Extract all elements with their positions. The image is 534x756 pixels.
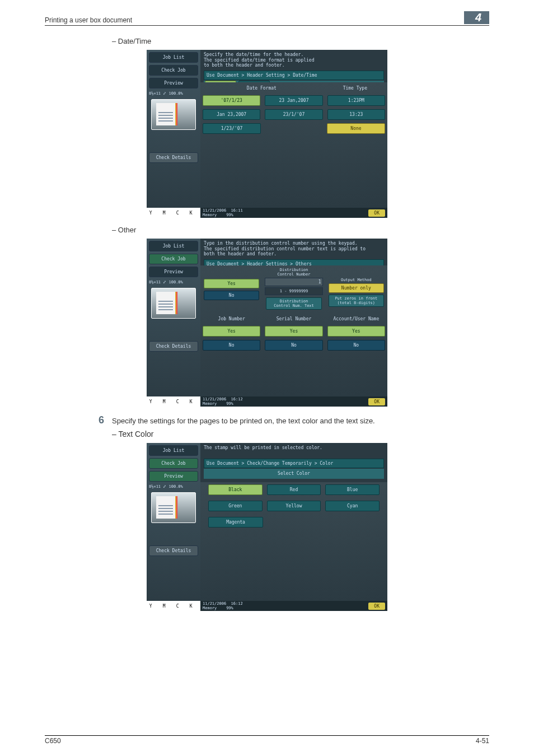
dist-ctrl-header: Distribution Control Number	[203, 268, 385, 277]
screenshot-datetime: Job List Check Job Preview 8½×11 ⤢ 100.0…	[147, 50, 387, 218]
ok-button[interactable]: OK	[368, 209, 385, 217]
toner-levels: Y M C K	[147, 601, 200, 611]
preview-thumbnail	[151, 99, 196, 130]
instruction-message: Specify the date/time for the header. Th…	[204, 52, 384, 68]
date-opt-3[interactable]: Jan 23,2007	[203, 109, 260, 120]
step-number-6: 6	[90, 414, 112, 426]
color-blue[interactable]: Blue	[325, 484, 380, 495]
dist-value-top: 1	[265, 278, 322, 286]
account-header: Account/User Name	[327, 315, 385, 323]
color-magenta[interactable]: Magenta	[208, 517, 263, 528]
tab-preview[interactable]: Preview	[149, 267, 198, 277]
time-opt-1[interactable]: 1:23PM	[327, 95, 385, 106]
zeros-button[interactable]: Put zeros in front (total 8-digits)	[329, 295, 384, 307]
date-format-header: Date Format	[203, 85, 321, 92]
output-method-header: Output Method	[327, 278, 385, 282]
tab-check-job[interactable]: Check Job	[149, 254, 198, 264]
serial-header: Serial Number	[265, 315, 322, 323]
toner-levels: Y M C K	[147, 396, 200, 407]
number-only-button[interactable]: Number only	[329, 283, 384, 293]
location-crumb: Use Document > Check/Change Temporarily …	[204, 459, 384, 468]
acct-no[interactable]: No	[327, 340, 385, 351]
bullet-other: – Other	[112, 226, 489, 234]
zoom-indicator: 8½×11 ⤢ 100.0%	[147, 483, 200, 490]
color-green[interactable]: Green	[208, 501, 263, 511]
check-details-button[interactable]: Check Details	[149, 341, 198, 352]
breadcrumb: Printing a user box document	[45, 16, 132, 24]
tab-preview[interactable]: Preview	[149, 471, 198, 482]
instruction-message: Type in the distribution control number …	[204, 241, 384, 257]
check-details-button[interactable]: Check Details	[149, 545, 198, 556]
preview-thumbnail	[151, 288, 196, 319]
serial-yes[interactable]: Yes	[265, 326, 322, 337]
dist-range: 1 - 99999999	[265, 287, 322, 295]
bullet-textcolor: – Text Color	[112, 430, 489, 438]
tab-job-list[interactable]: Job List	[149, 445, 198, 456]
toner-levels: Y M C K	[147, 208, 200, 218]
preview-thumbnail	[151, 492, 196, 523]
instruction-message: The stamp will be printed in selected co…	[204, 445, 384, 451]
date-opt-1[interactable]: '07/1/23	[203, 95, 260, 106]
tab-job-list[interactable]: Job List	[149, 241, 198, 251]
tab-preview[interactable]: Preview	[149, 78, 198, 88]
color-cyan[interactable]: Cyan	[325, 501, 380, 511]
serial-no[interactable]: No	[265, 340, 322, 351]
acct-yes[interactable]: Yes	[327, 326, 385, 337]
dist-yes[interactable]: Yes	[204, 279, 259, 288]
location-crumb: Use Document > Header Setting > Date/Tim…	[204, 71, 384, 80]
tab-check-job[interactable]: Check Job	[149, 458, 198, 469]
ok-button[interactable]: OK	[368, 398, 385, 405]
zoom-indicator: 8½×11 ⤢ 100.0%	[147, 90, 200, 97]
select-color-header: Select Color	[278, 471, 310, 476]
screenshot-other: Job List Check Job Preview 8½×11 ⤢ 100.0…	[147, 239, 387, 407]
date-opt-2[interactable]: 23 Jan,2007	[265, 95, 322, 106]
time-opt-2[interactable]: 13:23	[327, 109, 385, 120]
date-opt-5[interactable]: 1/23/'07	[203, 123, 261, 134]
chapter-badge: 4	[464, 11, 489, 24]
check-details-button[interactable]: Check Details	[149, 152, 198, 163]
ok-button[interactable]: OK	[368, 603, 385, 610]
job-number-header: Job Number	[203, 315, 260, 323]
screenshot-color: Job List Check Job Preview 8½×11 ⤢ 100.0…	[147, 443, 387, 611]
zoom-indicator: 8½×11 ⤢ 100.0%	[147, 279, 200, 286]
color-black[interactable]: Black	[208, 484, 263, 495]
jobnum-no[interactable]: No	[203, 340, 260, 351]
bullet-datetime: – Date/Time	[112, 37, 489, 45]
dist-text-button[interactable]: Distribution Control Num. Text	[266, 297, 321, 310]
color-red[interactable]: Red	[267, 484, 321, 495]
color-yellow[interactable]: Yellow	[267, 501, 321, 511]
time-type-header: Time Type	[325, 85, 385, 92]
tab-job-list[interactable]: Job List	[149, 52, 198, 63]
step-6-text: Specify the settings for the pages to be…	[112, 414, 489, 426]
tab-check-job[interactable]: Check Job	[149, 65, 198, 76]
time-opt-none[interactable]: None	[327, 123, 385, 134]
dist-no[interactable]: No	[204, 291, 259, 300]
jobnum-yes[interactable]: Yes	[203, 326, 260, 337]
date-opt-4[interactable]: 23/1/'07	[265, 109, 322, 120]
